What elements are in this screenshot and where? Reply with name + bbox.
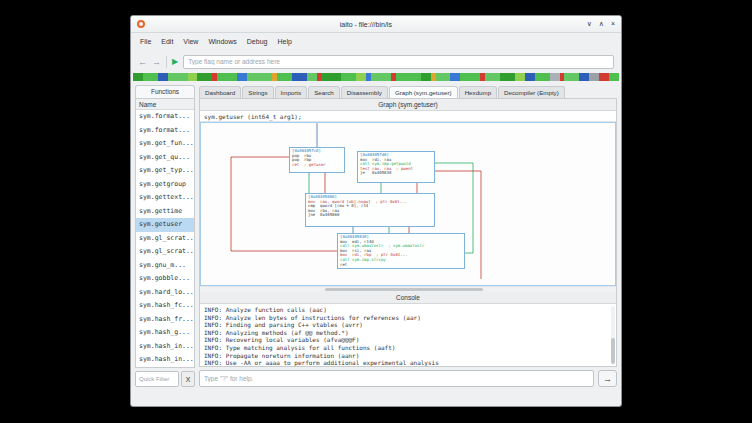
functions-list: sym.format...sym.format...sym.get_fun...… (136, 110, 194, 367)
window-controls: ∨ ∧ × (587, 19, 615, 29)
memory-segment (609, 73, 619, 81)
graph-dock-title[interactable]: Graph (sym.getuser) (200, 99, 616, 111)
disasm-line: ret (340, 263, 462, 268)
quick-filter-input[interactable] (135, 371, 179, 387)
menu-debug[interactable]: Debug (242, 36, 273, 47)
graph-horizontal-scrollbar[interactable] (200, 286, 616, 292)
scrollbar-thumb[interactable] (611, 338, 615, 364)
menu-file[interactable]: File (135, 36, 156, 47)
memory-segment (564, 73, 579, 81)
console-dock-title[interactable]: Console (200, 292, 616, 304)
function-list-item[interactable]: sym.hash_fr... (136, 313, 194, 327)
memory-segment (485, 73, 500, 81)
menu-view[interactable]: View (178, 36, 203, 47)
console-log-line: INFO: Propagate noreturn information (aa… (204, 352, 608, 360)
console-log-line: INFO: Finding and parsing C++ vtables (a… (204, 321, 608, 329)
graph-basic-block[interactable]: [0x004057d0]mov rdi, raxcall sym.imp.get… (357, 151, 435, 183)
tab-imports[interactable]: Imports (275, 86, 308, 98)
function-list-item[interactable]: sym.gobble... (136, 272, 194, 286)
main-area: Functions Name sym.format...sym.format..… (131, 83, 621, 390)
graph-canvas[interactable]: [0x004057c0]pop rbxpop rbpret ; getuser[… (200, 122, 616, 286)
memory-segment (460, 73, 480, 81)
function-list-item[interactable]: sym.get_qu... (136, 151, 194, 165)
menu-edit[interactable]: Edit (156, 36, 178, 47)
titlebar[interactable]: iaito - file:///bin/ls ∨ ∧ × (131, 16, 621, 33)
back-button[interactable]: ← (138, 57, 147, 67)
memory-segment (396, 73, 421, 81)
scrollbar-thumb[interactable] (325, 288, 483, 291)
memory-segment (579, 73, 589, 81)
function-list-item[interactable]: sym.format... (136, 110, 194, 124)
forward-button[interactable]: → (152, 57, 161, 67)
memory-segment (500, 73, 515, 81)
memory-segment (436, 73, 451, 81)
function-list-item[interactable]: sym.get_typ... (136, 164, 194, 178)
memory-segment (371, 73, 391, 81)
tab-search[interactable]: Search (308, 86, 340, 98)
flag-search-input[interactable] (183, 55, 614, 69)
graph-basic-block[interactable]: [0x00405800]mov rax, qword [obj.nopw] ; … (305, 193, 435, 227)
menu-windows[interactable]: Windows (203, 36, 241, 47)
memory-segment (292, 73, 307, 81)
console-log-line: INFO: Type matching analysis for all fun… (204, 344, 608, 352)
app-window: iaito - file:///bin/ls ∨ ∧ × FileEditVie… (130, 15, 622, 407)
console-output[interactable]: INFO: Analyze function calls (aac)INFO: … (200, 304, 616, 366)
function-list-item[interactable]: sym.gnu_m... (136, 259, 194, 273)
command-bar: → (199, 370, 617, 387)
graph-basic-block[interactable]: [0x00405830]mov edi, r14dcall sym.umaxto… (337, 233, 465, 269)
toolbar-separator (166, 56, 167, 68)
minimize-button[interactable]: ∨ (587, 19, 592, 29)
memory-segment (550, 73, 560, 81)
function-list-item[interactable]: sym.gl_scrat... (136, 245, 194, 259)
tab-hexdump[interactable]: Hexdump (459, 86, 497, 98)
memory-segment (307, 73, 317, 81)
function-list-item[interactable]: sym.hash_in... (136, 340, 194, 354)
tab-strings[interactable]: Strings (242, 86, 273, 98)
functions-name-column-header[interactable]: Name (136, 99, 194, 110)
close-button[interactable]: × (611, 19, 615, 29)
continue-button[interactable]: ▶ (172, 57, 178, 67)
quick-filter-row: X (135, 371, 195, 387)
function-list-item[interactable]: sym.get_fun... (136, 137, 194, 151)
memory-segment (421, 73, 431, 81)
disasm-line: je 0x405830 (360, 171, 432, 176)
function-list-item[interactable]: sym.hash_fc... (136, 299, 194, 313)
memory-segment (356, 73, 366, 81)
memory-segment (589, 73, 599, 81)
disasm-line: ret ; getuser (292, 163, 342, 168)
functions-panel-title[interactable]: Functions (135, 85, 195, 98)
menu-help[interactable]: Help (272, 36, 296, 47)
tab-graph-sym-getuser[interactable]: Graph (sym.getuser) (389, 86, 458, 98)
tab-dashboard[interactable]: Dashboard (199, 86, 241, 98)
graph-basic-block[interactable]: [0x004057c0]pop rbxpop rbpret ; getuser (289, 147, 345, 173)
function-list-item[interactable]: sym.gl_scrat... (136, 232, 194, 246)
memory-segment (515, 73, 525, 81)
window-title: iaito - file:///bin/ls (145, 21, 587, 28)
tab-decompiler-empty[interactable]: Decompiler (Empty) (498, 86, 565, 98)
memory-segment (143, 73, 158, 81)
function-list-item[interactable]: sym.getgroup (136, 178, 194, 192)
function-list-item[interactable]: sym.gettime (136, 205, 194, 219)
iaito-logo-icon (137, 20, 145, 28)
function-list-item[interactable]: sym.hash_g... (136, 326, 194, 340)
function-list-item[interactable]: sym.format... (136, 124, 194, 138)
clear-filter-button[interactable]: X (181, 371, 195, 387)
command-input[interactable] (199, 370, 594, 387)
console-vertical-scrollbar[interactable] (611, 306, 615, 364)
maximize-button[interactable]: ∧ (599, 19, 604, 29)
function-list-item[interactable]: sym.gettext... (136, 191, 194, 205)
functions-panel-body: Name sym.format...sym.format...sym.get_f… (135, 98, 195, 368)
memory-segment (237, 73, 247, 81)
function-list-item[interactable]: sym.hard_lo... (136, 286, 194, 300)
memory-segment (599, 73, 609, 81)
graph-dock: Graph (sym.getuser) sym.getuser (int64_t… (199, 98, 617, 367)
function-list-item[interactable]: sym.hash_in... (136, 353, 194, 367)
tab-disassembly[interactable]: Disassembly (341, 86, 388, 98)
function-list-item[interactable]: sym.getuser (136, 218, 194, 232)
execute-command-button[interactable]: → (598, 370, 617, 387)
memory-segment (321, 73, 341, 81)
memory-segment (197, 73, 212, 81)
console-log-line: INFO: Analyze len bytes of instructions … (204, 314, 608, 322)
memory-map-strip[interactable] (133, 73, 619, 81)
memory-segment (535, 73, 550, 81)
